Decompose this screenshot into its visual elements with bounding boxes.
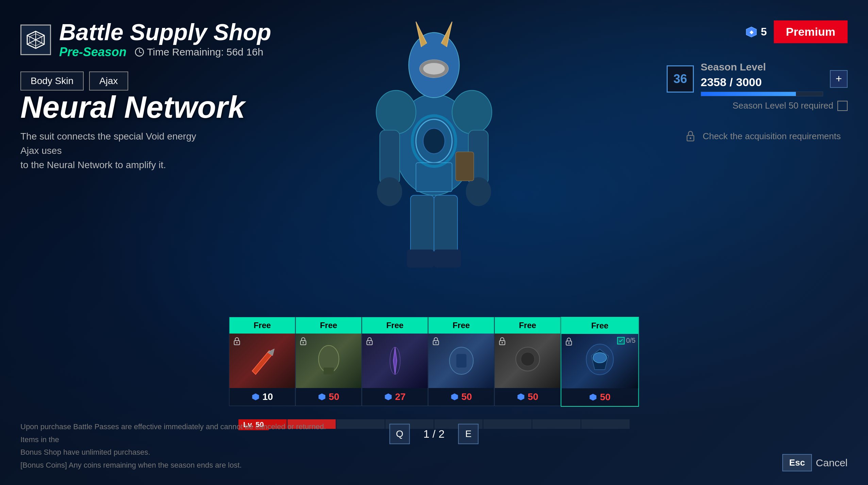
prev-page-button[interactable]: Q (389, 424, 410, 444)
check-icon (619, 338, 623, 343)
svg-rect-46 (456, 354, 466, 368)
season-level-info: Season Level 2358 / 3000 (701, 61, 823, 96)
svg-point-51 (521, 352, 534, 366)
collectible-badge: 0/5 (617, 337, 636, 344)
svg-point-40 (369, 342, 370, 343)
time-label: Time Remaining: (147, 46, 224, 58)
item-6-img-detail (581, 342, 619, 380)
item-4-img-detail (444, 344, 478, 378)
category-tags: Body Skin Ajax (20, 71, 128, 91)
level-badge: 36 (667, 65, 694, 93)
item-card-6: Free 0/5 (561, 317, 639, 407)
item-card-1: Free 10 (229, 317, 296, 406)
svg-marker-52 (517, 393, 524, 400)
item-1-image (230, 334, 295, 388)
currency-icon-3 (384, 393, 392, 401)
item-5-tier: Free (495, 317, 561, 334)
item-5-cost: 50 (495, 388, 561, 406)
item-card-5: Free 50 (495, 317, 561, 406)
item-3-img-detail (378, 344, 412, 378)
item-1-tier: Free (230, 317, 295, 334)
shop-icon-svg (26, 30, 46, 50)
time-remaining: Time Remaining: 56d 16h (135, 46, 263, 58)
lock-requirement[interactable]: Check the acquisition requirements (684, 129, 841, 143)
svg-point-35 (303, 342, 304, 343)
header-text-group: Battle Supply Shop Pre-Season Time Remai… (59, 20, 271, 59)
next-page-button[interactable]: E (458, 424, 479, 444)
currency-amount: 5 (761, 26, 767, 38)
pagination: Q 1 / 2 E (389, 424, 479, 444)
lock-icon-3 (365, 336, 374, 346)
footer-line-1: Upon purchase Battle Passes are effectiv… (20, 420, 327, 446)
footer-line-2: Bonus Shop have unlimited purchases. (20, 446, 327, 458)
svg-point-27 (423, 128, 445, 153)
cancel-button[interactable]: Esc Cancel (782, 454, 848, 471)
svg-point-54 (568, 342, 570, 344)
item-4-lock (431, 336, 441, 346)
svg-point-32 (236, 342, 238, 343)
item-4-cost: 50 (429, 388, 494, 406)
premium-button[interactable]: Premium (774, 20, 848, 43)
season-level-row: 36 Season Level 2358 / 3000 + (667, 61, 848, 96)
svg-point-20 (377, 177, 402, 206)
svg-point-44 (435, 342, 437, 343)
item-2-image (296, 334, 362, 388)
header: Battle Supply Shop Pre-Season Time Remai… (20, 20, 271, 59)
svg-point-17 (452, 91, 492, 134)
item-card-4: Free 50 (428, 317, 495, 406)
season-level-required: Season Level 50 required (733, 100, 848, 111)
footer-line-3: [Bonus Coins] Any coins remaining when t… (20, 459, 327, 471)
svg-point-56 (593, 353, 607, 363)
currency-icon-2 (318, 393, 326, 401)
svg-marker-42 (385, 393, 391, 400)
currency-icon-4 (450, 393, 458, 401)
item-title-area: Neural Network The suit connects the spe… (20, 92, 245, 172)
item-6-lock (564, 337, 574, 346)
season-level-area: 36 Season Level 2358 / 3000 + Season Lev… (667, 61, 848, 111)
top-right-area: ◆ 5 Premium (745, 20, 848, 43)
currency-icon-6 (589, 393, 597, 401)
lock-icon-4 (431, 336, 441, 346)
item-3-cost: 27 (362, 388, 428, 406)
item-1-lock (232, 336, 242, 346)
season-level-label: Season Level (701, 61, 823, 73)
lock-icon-6 (564, 337, 574, 346)
item-3-tier: Free (362, 317, 428, 334)
svg-point-16 (376, 91, 416, 134)
collectible-checkbox (617, 337, 625, 344)
pre-season-label: Pre-Season (59, 45, 127, 59)
xp-bar-fill (701, 92, 796, 96)
item-2-lock (299, 336, 308, 346)
character-model (315, 0, 553, 289)
item-6-cost: 50 (562, 388, 638, 406)
item-6-image: 0/5 (562, 334, 638, 388)
clock-icon (135, 47, 144, 57)
item-2-cost: 50 (296, 388, 362, 406)
svg-rect-22 (411, 195, 434, 253)
cancel-label: Cancel (816, 457, 848, 469)
item-3-cost-value: 27 (395, 391, 405, 402)
season-level-values: 2358 / 3000 (701, 76, 823, 89)
tag-body-skin[interactable]: Body Skin (20, 71, 84, 91)
svg-point-21 (466, 177, 491, 206)
svg-point-15 (423, 63, 445, 75)
item-description: The suit connects the special Void energ… (20, 129, 211, 172)
lock-icon-5 (498, 336, 507, 346)
item-2-cost-value: 50 (329, 391, 339, 402)
svg-rect-25 (434, 249, 461, 268)
esc-badge: Esc (782, 454, 812, 471)
season-required-label: Season Level 50 required (733, 100, 833, 111)
page-info: 1 / 2 (423, 428, 445, 440)
item-4-image (429, 334, 494, 388)
lock-icon-1 (232, 336, 242, 346)
item-5-img-detail (511, 344, 545, 378)
main-content: Battle Supply Shop Pre-Season Time Remai… (0, 0, 868, 485)
plus-button[interactable]: + (830, 70, 848, 88)
level-seg-8 (581, 419, 630, 429)
items-row: Free 10 (229, 317, 639, 407)
season-required-checkbox[interactable] (837, 101, 848, 111)
level-seg-7 (532, 419, 581, 429)
collectible-count: 0/5 (626, 337, 636, 344)
tag-ajax[interactable]: Ajax (89, 71, 128, 91)
svg-rect-23 (434, 195, 457, 253)
